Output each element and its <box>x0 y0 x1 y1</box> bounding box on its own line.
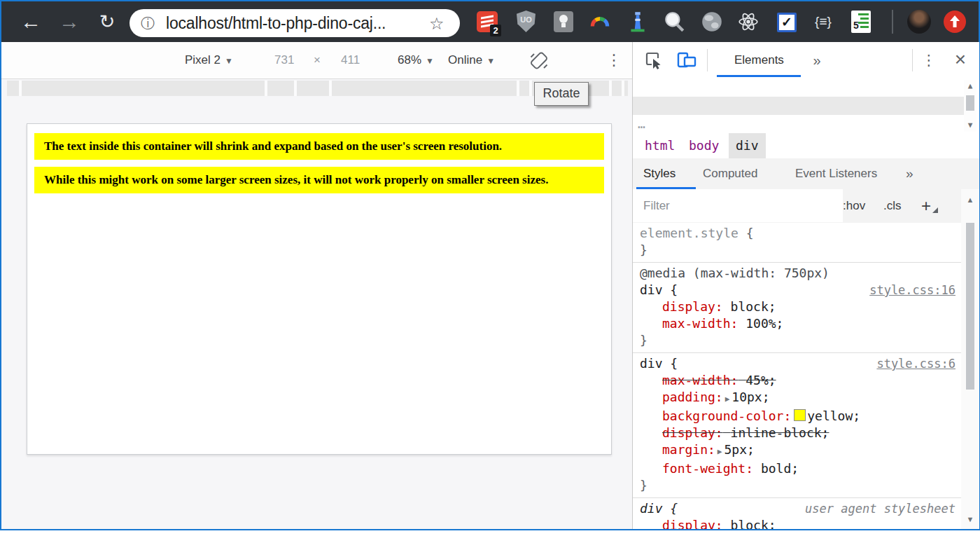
json-braces-extension-icon[interactable]: {≡} <box>808 10 839 34</box>
magnifier-extension-icon[interactable] <box>662 10 686 34</box>
bookmark-star-icon[interactable]: ☆ <box>429 9 444 37</box>
css-declaration[interactable]: margin:▶5px; <box>640 441 936 460</box>
more-tabs-icon[interactable]: » <box>808 42 826 78</box>
device-width-field[interactable]: 731 <box>274 42 294 78</box>
dom-node-row[interactable]: ▶<div>…</div> <box>633 78 964 97</box>
stylesheet-link[interactable]: style.css:6 <box>876 355 955 372</box>
zoom-select-label: 68% <box>398 53 421 67</box>
globe-extension-icon[interactable] <box>700 10 724 34</box>
ruler-tick <box>517 81 519 96</box>
rule-selector[interactable]: div { <box>640 501 678 516</box>
browser-update-icon[interactable] <box>944 11 966 33</box>
page-content-container: The text inside this container will shri… <box>27 123 612 455</box>
breadcrumb-div-selected[interactable]: div <box>729 133 766 158</box>
device-height-field[interactable]: 411 <box>341 42 360 78</box>
more-sidebar-tabs-icon[interactable]: » <box>906 158 913 189</box>
zoom-select[interactable]: 68%▼ <box>398 42 434 79</box>
rule-selector[interactable]: div { <box>640 356 678 371</box>
brace-open: { <box>738 226 754 240</box>
forward-icon[interactable]: → <box>54 1 85 42</box>
breadcrumb-body[interactable]: body <box>689 133 719 158</box>
dom-node-row[interactable]: </body> <box>633 115 964 133</box>
style-rule-media[interactable]: @media (max-width: 750px) div { style.cs… <box>633 263 961 353</box>
toolbar-separator <box>892 10 893 34</box>
css-declaration-overridden[interactable]: max-width: 45%; <box>640 372 936 389</box>
rule-selector[interactable]: div { <box>640 282 678 297</box>
url-text[interactable]: localhost/html-to-php-dino-caj... <box>166 9 386 37</box>
color-arc-extension-icon[interactable] <box>588 10 612 34</box>
todoist-badge: 2 <box>490 25 501 36</box>
style-rule-element-style[interactable]: element.style { } <box>633 223 961 263</box>
style-rule-div[interactable]: div { style.css:6 max-width: 45%; paddin… <box>633 353 961 498</box>
reload-icon[interactable]: ↻ <box>92 1 122 42</box>
scrollbar-thumb[interactable] <box>966 223 974 390</box>
css-declaration[interactable]: max-width: 100%; <box>640 315 936 332</box>
profile-avatar[interactable] <box>907 10 931 34</box>
rule-selector[interactable]: element.style <box>640 226 738 240</box>
inspect-element-icon[interactable] <box>644 50 664 73</box>
media-query-text[interactable]: @media (max-width: 750px) <box>640 265 936 282</box>
sidebar-tabs: Styles Computed Event Listeners » <box>633 158 979 190</box>
active-tab-underline <box>717 75 801 77</box>
tab-computed[interactable]: Computed <box>703 158 757 189</box>
device-toolbar-menu-icon[interactable]: ⋮ <box>605 42 623 78</box>
breadcrumb-html[interactable]: html <box>645 133 675 158</box>
new-rule-corner-triangle <box>932 207 938 213</box>
scroll-down-icon[interactable]: ▼ <box>964 514 976 524</box>
ruler-tick <box>609 81 612 96</box>
lighthouse-extension-icon[interactable] <box>626 10 650 34</box>
address-bar[interactable]: ⓘ localhost/html-to-php-dino-caj... ☆ <box>130 9 460 37</box>
toggle-device-toolbar-icon[interactable] <box>676 50 697 73</box>
new-style-rule-button[interactable]: + <box>921 189 931 223</box>
todoist-extension-icon[interactable]: 2 <box>475 10 499 34</box>
ruler-tick <box>19 81 22 96</box>
toggle-class-button[interactable]: .cls <box>883 189 902 223</box>
css-declaration-overridden[interactable]: display: inline-block; <box>640 425 936 441</box>
styles-filter-input[interactable] <box>633 189 843 222</box>
scroll-down-icon[interactable]: ▼ <box>964 121 976 130</box>
dom-tree: ▶<div>…</div> … ▶<div>…</div> == $0 </bo… <box>633 78 979 133</box>
browser-toolbar: ← → ↻ ⓘ localhost/html-to-php-dino-caj..… <box>1 1 979 42</box>
styles-pane: element.style { } @media (max-width: 750… <box>633 223 961 529</box>
device-select[interactable]: Pixel 2▼ <box>185 42 233 79</box>
checkbox-extension-icon[interactable]: ✓ <box>774 10 798 34</box>
tab-styles[interactable]: Styles <box>643 158 676 189</box>
stylesheet-link[interactable]: style.css:16 <box>869 282 955 298</box>
css-declaration[interactable]: font-weight: bold; <box>640 460 936 477</box>
highlighted-text-line-2: While this might work on some larger scr… <box>34 167 604 193</box>
throttling-select[interactable]: Online▼ <box>448 42 495 79</box>
back-icon[interactable]: ← <box>15 1 46 42</box>
ruler-tick <box>622 81 624 96</box>
brace-close: } <box>640 478 648 493</box>
toggle-hover-state-button[interactable]: :hov <box>843 189 865 223</box>
device-mode-toolbar: Pixel 2▼ 731 × 411 68%▼ Online▼ ⋮ <box>1 42 632 79</box>
css-declaration[interactable]: background-color:yellow; <box>640 408 936 425</box>
scroll-up-icon[interactable]: ▲ <box>964 81 976 91</box>
ruler-tick <box>329 81 332 96</box>
css-declaration[interactable]: padding:▶10px; <box>640 389 936 408</box>
rotate-device-icon[interactable] <box>528 50 550 75</box>
expand-arrow-icon[interactable]: ▶ <box>715 447 724 456</box>
seo-report-extension-icon[interactable]: 5 <box>849 10 873 34</box>
devtools-panel: Elements » ⋮ × ▶<div>…</div> … ▶<div>…</… <box>632 42 979 529</box>
expand-arrow-icon[interactable]: ▶ <box>723 394 732 404</box>
style-rule-user-agent[interactable]: div { user agent stylesheet display: blo… <box>633 498 961 529</box>
screenshot-root: ← → ↻ ⓘ localhost/html-to-php-dino-caj..… <box>0 0 980 536</box>
dom-node-row-selected[interactable]: … ▶<div>…</div> == $0 <box>633 97 964 115</box>
tab-elements[interactable]: Elements <box>734 42 784 78</box>
lightbulb-extension-icon[interactable] <box>552 10 575 34</box>
css-declaration[interactable]: display: block; <box>640 517 936 529</box>
close-devtools-icon[interactable]: × <box>949 42 972 77</box>
react-devtools-extension-icon[interactable] <box>736 10 760 34</box>
styles-scrollbar[interactable]: ▲ ▼ <box>961 189 979 529</box>
dom-tree-scrollbar[interactable]: ▲ ▼ <box>964 80 976 132</box>
ublock-extension-icon[interactable]: UO <box>514 10 538 34</box>
site-info-icon[interactable]: ⓘ <box>141 9 155 37</box>
scrollbar-thumb[interactable] <box>966 95 974 111</box>
highlighted-text-line-1: The text inside this container will shri… <box>34 133 604 160</box>
css-declaration[interactable]: display: block; <box>640 298 936 315</box>
tab-event-listeners[interactable]: Event Listeners <box>795 158 877 189</box>
scroll-up-icon[interactable]: ▲ <box>964 195 976 205</box>
devtools-menu-icon[interactable]: ⋮ <box>920 42 938 78</box>
color-swatch[interactable] <box>794 409 806 421</box>
